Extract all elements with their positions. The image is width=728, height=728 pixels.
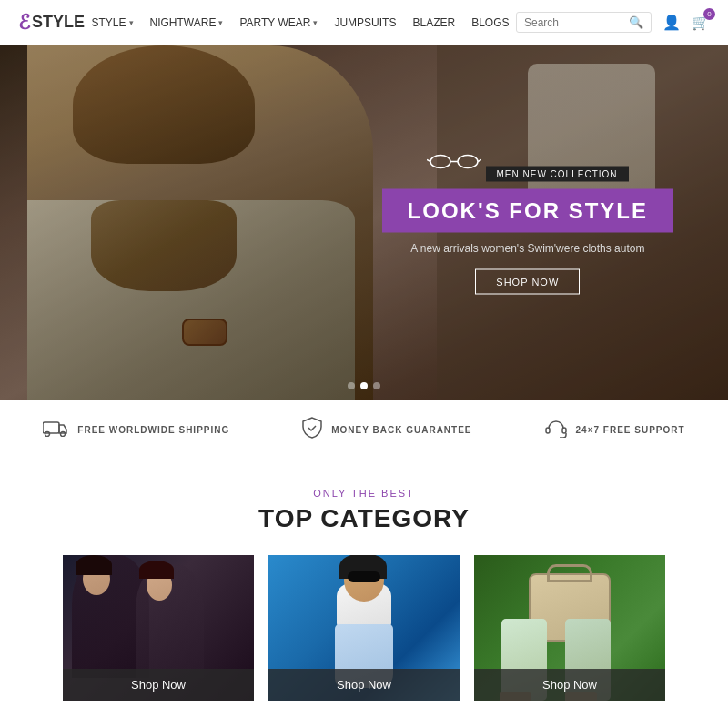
search-box: 🔍 (516, 12, 652, 33)
hero-collection-tag: Men new Collection (486, 167, 629, 182)
svg-point-0 (430, 156, 450, 168)
feature-shipping: FREE WORLDWIDE SHIPPING (43, 419, 229, 441)
top-category-title: TOP CATEGORY (55, 504, 673, 533)
feature-shipping-label: FREE WORLDWIDE SHIPPING (77, 425, 229, 435)
svg-point-1 (458, 156, 478, 168)
nav-nightware[interactable]: NIGHTWARE ▾ (150, 16, 224, 29)
svg-point-6 (46, 432, 50, 437)
hero-dot-2[interactable] (360, 382, 368, 389)
cart-badge: 0 (703, 8, 715, 20)
hero-dot-3[interactable] (373, 382, 380, 389)
nav-partywear[interactable]: PARTY WEAR ▾ (239, 16, 318, 29)
truck-icon (43, 419, 68, 441)
hero-content: Men new Collection LOOK'S FOR STYLE A ne… (382, 152, 673, 295)
category-card-women[interactable]: Shop Now (63, 555, 254, 701)
hero-subtitle: A new arrivals women's Swim'were cloths … (382, 242, 673, 255)
feature-moneyback: MONEY BACK GUARANTEE (302, 417, 471, 443)
nav-blogs[interactable]: BLOGS (471, 16, 509, 29)
nav-blazer-label: BLAZER (412, 16, 455, 29)
category-card-men[interactable]: Shop Now (268, 555, 460, 701)
feature-moneyback-label: MONEY BACK GUARANTEE (331, 425, 471, 435)
nav-nightware-label: NIGHTWARE (150, 16, 217, 29)
search-input[interactable] (524, 16, 624, 29)
nav-jumpsuits[interactable]: JUMPSUITS (334, 16, 396, 29)
svg-rect-8 (546, 428, 550, 433)
chevron-down-icon: ▾ (218, 18, 223, 27)
feature-support-label: 24×7 FREE SUPPORT (576, 425, 685, 435)
svg-rect-5 (43, 422, 59, 433)
nav-style[interactable]: STYLE ▾ (92, 16, 134, 29)
category-men-label: Shop Now (268, 669, 460, 701)
category-bags-label: Shop Now (474, 669, 665, 701)
logo-icon: ℰ (18, 11, 30, 35)
nav-jumpsuits-label: JUMPSUITS (334, 16, 396, 29)
top-category-sub-label: ONLY THE BEST (55, 488, 673, 499)
header: ℰ STYLE STYLE ▾ NIGHTWARE ▾ PARTY WEAR ▾… (0, 0, 728, 46)
glasses-icon (427, 152, 481, 172)
header-actions: 🔍 👤 🛒 0 (516, 12, 710, 33)
svg-point-7 (61, 432, 66, 437)
headset-icon (545, 418, 567, 442)
cart-icon[interactable]: 🛒 0 (692, 14, 710, 31)
svg-line-3 (427, 160, 430, 162)
search-icon[interactable]: 🔍 (629, 15, 643, 29)
features-bar: FREE WORLDWIDE SHIPPING MONEY BACK GUARA… (0, 400, 728, 460)
category-grid: Shop Now Shop Now (55, 555, 673, 701)
user-icon[interactable]: 👤 (662, 14, 681, 31)
logo-text: STYLE (32, 13, 85, 32)
chevron-down-icon: ▾ (313, 18, 318, 27)
hero-section: Men new Collection LOOK'S FOR STYLE A ne… (0, 46, 728, 400)
chevron-down-icon: ▾ (129, 18, 134, 27)
nav-blazer[interactable]: BLAZER (412, 16, 455, 29)
navigation: STYLE ▾ NIGHTWARE ▾ PARTY WEAR ▾ JUMPSUI… (92, 16, 510, 29)
nav-partywear-label: PARTY WEAR (239, 16, 310, 29)
category-card-bags[interactable]: Shop Now (474, 555, 665, 701)
logo[interactable]: ℰ STYLE (18, 11, 85, 35)
top-category-section: ONLY THE BEST TOP CATEGORY Shop Now (0, 460, 728, 728)
nav-style-label: STYLE (92, 16, 126, 29)
svg-rect-9 (562, 428, 566, 433)
category-women-label: Shop Now (63, 669, 254, 701)
hero-dot-1[interactable] (348, 382, 355, 389)
hero-title: LOOK'S FOR STYLE (382, 189, 673, 233)
shield-icon (302, 417, 322, 443)
nav-blogs-label: BLOGS (471, 16, 509, 29)
svg-line-4 (478, 160, 481, 162)
hero-shop-now-button[interactable]: SHOP NOW (475, 269, 580, 295)
hero-dots (348, 382, 380, 389)
feature-support: 24×7 FREE SUPPORT (545, 418, 685, 442)
